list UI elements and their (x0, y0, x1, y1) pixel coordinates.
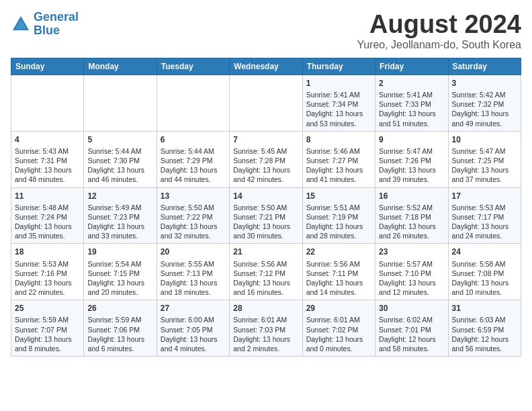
day-number: 8 (306, 134, 371, 145)
day-info: Sunset: 7:13 PM (161, 269, 226, 278)
day-info: and 8 minutes. (15, 344, 80, 353)
day-info: Sunset: 7:24 PM (15, 212, 80, 222)
day-info: and 22 minutes. (15, 287, 80, 297)
day-info: Daylight: 13 hours (87, 165, 152, 175)
day-info: and 49 minutes. (452, 119, 517, 128)
day-info: Daylight: 13 hours (233, 222, 298, 231)
day-info: Sunrise: 5:41 AM (379, 90, 444, 99)
day-info: Daylight: 13 hours (87, 334, 152, 344)
day-info: and 48 minutes. (15, 175, 80, 184)
day-info: Daylight: 13 hours (306, 334, 371, 344)
day-info: and 4 minutes. (161, 344, 226, 353)
day-info: Sunrise: 6:01 AM (306, 315, 371, 324)
day-info: Sunset: 7:06 PM (87, 325, 152, 334)
day-info: Daylight: 13 hours (233, 334, 298, 344)
day-info: Sunset: 7:22 PM (161, 212, 226, 222)
calendar-cell (230, 75, 302, 131)
day-number: 31 (452, 303, 517, 314)
day-number: 1 (306, 78, 371, 89)
day-info: Sunrise: 5:54 AM (87, 259, 152, 269)
weekday-header-monday: Monday (84, 58, 157, 75)
weekday-header-tuesday: Tuesday (157, 58, 229, 75)
day-info: and 41 minutes. (306, 175, 371, 184)
weekday-header-wednesday: Wednesday (230, 58, 302, 75)
day-info: Daylight: 13 hours (306, 109, 371, 118)
day-info: Sunset: 7:07 PM (15, 325, 80, 334)
calendar-cell: 27Sunrise: 6:00 AMSunset: 7:05 PMDayligh… (157, 300, 229, 357)
day-number: 20 (161, 246, 226, 257)
day-info: Sunrise: 5:59 AM (15, 315, 80, 324)
calendar-cell: 8Sunrise: 5:46 AMSunset: 7:27 PMDaylight… (302, 131, 375, 187)
logo: General Blue (11, 11, 79, 38)
day-info: Sunrise: 5:57 AM (379, 259, 444, 269)
day-info: Daylight: 13 hours (452, 109, 517, 118)
day-info: and 37 minutes. (452, 175, 517, 184)
day-info: Sunrise: 5:52 AM (379, 203, 444, 212)
day-number: 24 (452, 246, 517, 257)
day-info: Daylight: 13 hours (15, 165, 80, 175)
day-info: Daylight: 13 hours (452, 278, 517, 287)
day-info: Daylight: 13 hours (452, 165, 517, 175)
calendar-cell: 22Sunrise: 5:56 AMSunset: 7:11 PMDayligh… (302, 244, 375, 300)
day-number: 18 (15, 246, 80, 257)
calendar-cell: 10Sunrise: 5:47 AMSunset: 7:25 PMDayligh… (448, 131, 521, 187)
day-info: and 20 minutes. (87, 287, 152, 297)
weekday-header-row: SundayMondayTuesdayWednesdayThursdayFrid… (11, 58, 521, 75)
calendar-cell: 30Sunrise: 6:02 AMSunset: 7:01 PMDayligh… (375, 300, 448, 357)
day-info: Sunrise: 5:55 AM (161, 259, 226, 269)
day-info: Daylight: 13 hours (452, 222, 517, 231)
day-info: Daylight: 13 hours (306, 222, 371, 231)
day-number: 9 (379, 134, 444, 145)
day-info: Sunrise: 5:44 AM (161, 146, 226, 156)
day-info: Sunrise: 5:47 AM (452, 146, 517, 156)
day-info: Daylight: 13 hours (161, 334, 226, 344)
day-info: Sunset: 7:03 PM (233, 325, 298, 334)
day-number: 28 (233, 303, 298, 314)
calendar-week-row: 4Sunrise: 5:43 AMSunset: 7:31 PMDaylight… (11, 131, 521, 187)
calendar-cell (157, 75, 229, 131)
day-info: Daylight: 13 hours (161, 222, 226, 231)
day-info: and 33 minutes. (87, 231, 152, 240)
day-info: Sunrise: 5:46 AM (306, 146, 371, 156)
day-number: 16 (379, 191, 444, 201)
day-number: 22 (306, 246, 371, 257)
calendar-cell: 20Sunrise: 5:55 AMSunset: 7:13 PMDayligh… (157, 244, 229, 300)
day-info: Sunrise: 5:56 AM (306, 259, 371, 269)
calendar-cell (11, 75, 84, 131)
day-info: Daylight: 13 hours (15, 278, 80, 287)
calendar-cell: 11Sunrise: 5:48 AMSunset: 7:24 PMDayligh… (11, 187, 84, 244)
logo-line1: General (34, 10, 79, 24)
day-info: Sunset: 7:12 PM (233, 269, 298, 278)
day-info: Sunrise: 5:44 AM (87, 146, 152, 156)
title-block: August 2024 Yureo, Jeollanam-do, South K… (357, 11, 521, 51)
day-info: Daylight: 13 hours (15, 334, 80, 344)
day-info: Sunset: 7:08 PM (452, 269, 517, 278)
day-number: 10 (452, 134, 517, 145)
calendar-cell: 17Sunrise: 5:53 AMSunset: 7:17 PMDayligh… (448, 187, 521, 244)
day-number: 19 (87, 246, 152, 257)
day-info: and 35 minutes. (15, 231, 80, 240)
calendar-cell: 14Sunrise: 5:50 AMSunset: 7:21 PMDayligh… (230, 187, 302, 244)
calendar-cell: 7Sunrise: 5:45 AMSunset: 7:28 PMDaylight… (230, 131, 302, 187)
day-info: and 2 minutes. (233, 344, 298, 353)
day-info: and 30 minutes. (233, 231, 298, 240)
day-info: and 39 minutes. (379, 175, 444, 184)
calendar-cell: 31Sunrise: 6:03 AMSunset: 6:59 PMDayligh… (448, 300, 521, 357)
day-info: Sunrise: 5:45 AM (233, 146, 298, 156)
calendar-cell: 2Sunrise: 5:41 AMSunset: 7:33 PMDaylight… (375, 75, 448, 131)
calendar-cell: 3Sunrise: 5:42 AMSunset: 7:32 PMDaylight… (448, 75, 521, 131)
day-info: and 58 minutes. (379, 344, 444, 353)
day-info: Sunrise: 5:53 AM (15, 259, 80, 269)
day-info: Sunset: 7:25 PM (452, 156, 517, 165)
day-info: Sunrise: 6:00 AM (161, 315, 226, 324)
day-info: Sunset: 7:34 PM (306, 99, 371, 109)
day-info: and 16 minutes. (233, 287, 298, 297)
day-info: Daylight: 13 hours (233, 165, 298, 175)
day-info: and 51 minutes. (379, 119, 444, 128)
calendar-week-row: 25Sunrise: 5:59 AMSunset: 7:07 PMDayligh… (11, 300, 521, 357)
day-info: Sunset: 7:27 PM (306, 156, 371, 165)
weekday-header-saturday: Saturday (448, 58, 521, 75)
day-info: Sunset: 7:01 PM (379, 325, 444, 334)
calendar-cell: 26Sunrise: 5:59 AMSunset: 7:06 PMDayligh… (84, 300, 157, 357)
calendar-cell: 13Sunrise: 5:50 AMSunset: 7:22 PMDayligh… (157, 187, 229, 244)
